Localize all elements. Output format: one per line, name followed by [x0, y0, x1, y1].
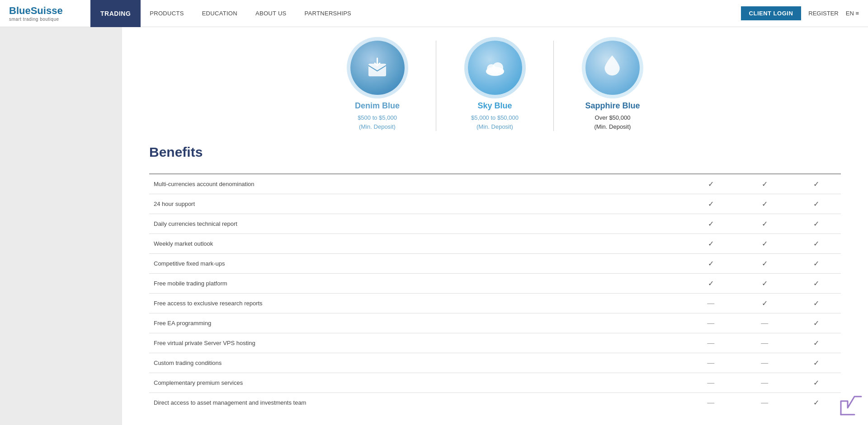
nav-about-us[interactable]: ABOUT US: [246, 0, 296, 27]
dash-icon: —: [707, 339, 714, 347]
nav-partnerships[interactable]: PARTNERSHIPS: [296, 0, 361, 27]
feature-name-cell: 24 hour support: [149, 194, 684, 214]
feature-name-cell: Free access to exclusive research report…: [149, 294, 684, 313]
check-icon: ✓: [708, 260, 714, 267]
denim-cell: ✓: [684, 234, 738, 254]
nav-links: PRODUCTS EDUCATION ABOUT US PARTNERSHIPS: [141, 0, 741, 27]
feature-name-cell: Custom trading conditions: [149, 353, 684, 373]
client-login-button[interactable]: CLIENT LOGIN: [741, 6, 802, 20]
denim-cell: —: [684, 333, 738, 353]
check-icon: ✓: [813, 180, 819, 188]
table-row: Weekly market outlook✓✓✓: [149, 234, 841, 254]
dash-icon: —: [761, 359, 768, 367]
benefits-title: Benefits: [149, 145, 841, 160]
benefits-table: Multi-currencies account denomination✓✓✓…: [149, 166, 841, 412]
logo-blue-text: Blue: [9, 5, 31, 16]
check-icon: ✓: [708, 240, 714, 248]
sky-cell: ✓: [738, 274, 792, 294]
sky-cell: ✓: [738, 294, 792, 313]
col-feature-header: [149, 166, 684, 174]
denim-blue-icon: [364, 54, 391, 81]
sapphire-cell: ✓: [792, 234, 841, 254]
check-icon: ✓: [762, 220, 768, 228]
sapphire-blue-icon-circle: [585, 41, 640, 95]
check-icon: ✓: [762, 280, 768, 287]
table-row: Free mobile trading platform✓✓✓: [149, 274, 841, 294]
sapphire-cell: ✓: [792, 254, 841, 274]
feature-name-cell: Competitive fixed mark-ups: [149, 254, 684, 274]
sapphire-blue-deposit: Over $50,000 (Min. Deposit): [594, 113, 631, 131]
feature-name-cell: Direct access to asset management and in…: [149, 393, 684, 413]
feature-name-cell: Free virtual private Server VPS hosting: [149, 333, 684, 353]
nav-education[interactable]: EDUCATION: [193, 0, 246, 27]
dash-icon: —: [761, 379, 768, 387]
check-icon: ✓: [762, 180, 768, 188]
denim-blue-icon-circle: [350, 41, 405, 95]
nav-right: CLIENT LOGIN REGISTER EN ≡: [741, 6, 868, 20]
check-icon: ✓: [813, 379, 819, 387]
sky-cell: ✓: [738, 214, 792, 234]
denim-cell: —: [684, 393, 738, 413]
logo-area: BlueSuisse smart trading boutique: [0, 5, 90, 22]
col-denim-header: [684, 166, 738, 174]
sapphire-cell: ✓: [792, 313, 841, 333]
sky-cell: ✓: [738, 194, 792, 214]
sapphire-cell: ✓: [792, 274, 841, 294]
check-icon: ✓: [813, 399, 819, 406]
logo[interactable]: BlueSuisse: [9, 5, 81, 17]
sky-cell: ✓: [738, 254, 792, 274]
denim-cell: —: [684, 373, 738, 393]
check-icon: ✓: [762, 299, 768, 307]
denim-blue-deposit: $500 to $5,000 (Min. Deposit): [358, 113, 397, 131]
sky-cell: —: [738, 373, 792, 393]
dash-icon: —: [761, 399, 768, 406]
sapphire-blue-col: Sapphire Blue Over $50,000 (Min. Deposit…: [554, 41, 671, 131]
sky-cell: —: [738, 313, 792, 333]
table-row: Complementary premium services——✓: [149, 373, 841, 393]
sapphire-cell: ✓: [792, 373, 841, 393]
sapphire-cell: ✓: [792, 174, 841, 194]
sapphire-blue-name: Sapphire Blue: [585, 101, 640, 111]
denim-cell: ✓: [684, 174, 738, 194]
check-icon: ✓: [813, 299, 819, 307]
register-link[interactable]: REGISTER: [808, 10, 838, 17]
logo-suisse-text: Suisse: [31, 5, 63, 16]
denim-cell: ✓: [684, 194, 738, 214]
watermark: [836, 392, 863, 420]
sidebar: [0, 27, 122, 425]
check-icon: ✓: [708, 180, 714, 188]
check-icon: ✓: [813, 359, 819, 367]
sky-blue-icon-circle: [468, 41, 522, 95]
sky-blue-col: Sky Blue $5,000 to $50,000 (Min. Deposit…: [436, 41, 554, 131]
nav-products[interactable]: PRODUCTS: [141, 0, 193, 27]
feature-name-cell: Complementary premium services: [149, 373, 684, 393]
sapphire-blue-icon: [599, 54, 626, 81]
language-selector[interactable]: EN ≡: [846, 10, 859, 17]
feature-name-cell: Free mobile trading platform: [149, 274, 684, 294]
main-content: Denim Blue $500 to $5,000 (Min. Deposit): [122, 27, 868, 425]
denim-blue-col: Denim Blue $500 to $5,000 (Min. Deposit): [319, 41, 436, 131]
dash-icon: —: [761, 339, 768, 347]
check-icon: ✓: [813, 280, 819, 287]
table-row: Direct access to asset management and in…: [149, 393, 841, 413]
benefits-section: Benefits Multi-currencies account denomi…: [149, 145, 841, 412]
svg-point-4: [486, 67, 504, 76]
check-icon: ✓: [813, 339, 819, 347]
check-icon: ✓: [813, 240, 819, 248]
check-icon: ✓: [762, 240, 768, 248]
denim-blue-name: Denim Blue: [355, 101, 400, 111]
check-icon: ✓: [813, 200, 819, 208]
table-row: Competitive fixed mark-ups✓✓✓: [149, 254, 841, 274]
dash-icon: —: [707, 399, 714, 406]
account-types-header: Denim Blue $500 to $5,000 (Min. Deposit): [149, 36, 841, 131]
sapphire-cell: ✓: [792, 353, 841, 373]
check-icon: ✓: [813, 319, 819, 327]
nav-trading[interactable]: TRADING: [90, 0, 141, 27]
check-icon: ✓: [708, 280, 714, 287]
denim-cell: —: [684, 353, 738, 373]
col-sapphire-header: [792, 166, 841, 174]
denim-cell: ✓: [684, 254, 738, 274]
dash-icon: —: [707, 319, 714, 327]
sky-blue-icon: [481, 54, 509, 81]
check-icon: ✓: [708, 220, 714, 228]
